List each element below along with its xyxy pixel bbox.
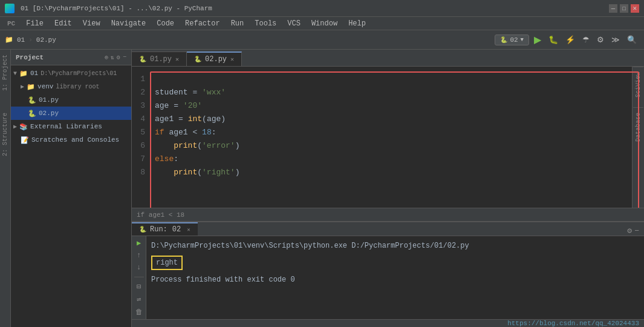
build-button[interactable]: ⚙ [594, 34, 607, 45]
close-button[interactable]: ✕ [631, 4, 639, 13]
maximize-button[interactable]: □ [620, 4, 628, 13]
toolbar-file-label: 02.py [36, 36, 56, 44]
run-wrap-icon[interactable]: ⇌ [137, 295, 141, 304]
run-filter-icon[interactable]: ⊟ [137, 282, 141, 291]
run-output-right: right [151, 256, 183, 270]
project-collapse-icon[interactable]: − [123, 54, 126, 61]
editor-area: 🐍 01.py ✕ 🐍 02.py ✕ 1 2 3 4 5 [132, 50, 644, 221]
run-tab-close[interactable]: ✕ [187, 226, 190, 233]
run-divider [134, 277, 144, 277]
tree-label-02py: 02.py [39, 110, 59, 117]
title-bar-title: 01 [D:\PycharmProjects\01] - ...\02.py -… [21, 5, 212, 12]
tree-label-01py: 01.py [39, 96, 59, 104]
run-output: ▶ ↑ ↓ ⊟ ⇌ 🗑 D:\PycharmProjects\01\venv\S… [132, 236, 644, 319]
menu-edit[interactable]: Edit [50, 18, 77, 29]
breadcrumb: if age1 < 18 [137, 211, 184, 219]
folder-icon-venv: 📁 [27, 83, 35, 91]
toolbar-right: 🐍 02 ▼ ▶ 🐛 ⚡ ☂ ⚙ ≫ 🔍 [495, 33, 639, 47]
tree-arrow-root: ▼ [13, 70, 17, 77]
run-process-line: Process finished with exit code 0 [151, 274, 639, 286]
tab-02py[interactable]: 🐍 02.py ✕ [187, 51, 242, 66]
tree-label-venv: venv [37, 83, 53, 90]
tab-icon-01py: 🐍 [139, 56, 146, 63]
menu-help[interactable]: Help [343, 18, 371, 29]
code-content[interactable]: student = 'wxx' age = '20' age1 = int(ag… [150, 67, 632, 208]
tree-item-venv[interactable]: ▶ 📁 venv library root [11, 80, 131, 93]
menu-vcs[interactable]: VCS [282, 18, 305, 29]
right-sidebar: SciView Database [632, 67, 644, 208]
run-clear-icon[interactable]: 🗑 [135, 308, 143, 317]
pycharm-logo [5, 4, 15, 13]
bottom-status: https://blog.csdn.net/qq_42024433 [132, 319, 644, 327]
tree-label-root: 01 [30, 70, 38, 77]
menu-navigate[interactable]: Navigate [106, 18, 151, 29]
coverage-button[interactable]: ☂ [580, 34, 592, 45]
bottom-tab-run[interactable]: 🐍 Run: 02 ✕ [132, 222, 198, 236]
main-area: 1: Project 2: Structure Project ⊕ ⇅ ⚙ − … [0, 50, 644, 327]
run-up-icon[interactable]: ↑ [137, 251, 141, 260]
menu-file[interactable]: File [21, 18, 48, 29]
url-link[interactable]: https://blog.csdn.net/qq_42024433 [507, 320, 639, 327]
tab-01py[interactable]: 🐍 01.py ✕ [132, 51, 187, 66]
tab-close-01py[interactable]: ✕ [175, 56, 179, 63]
toolbar-project-icon: 📁 [5, 36, 13, 44]
run-config[interactable]: 🐍 02 ▼ [495, 35, 529, 45]
tree-item-01py[interactable]: 🐍 01.py [11, 93, 131, 107]
tree-item-ext-libs[interactable]: ▶ 📚 External Libraries [11, 120, 131, 133]
run-tab-label: Run: [150, 225, 168, 234]
title-bar: 01 [D:\PycharmProjects\01] - ...\02.py -… [0, 0, 644, 17]
bottom-minus-icon[interactable]: − [634, 226, 639, 236]
menu-run[interactable]: Run [226, 18, 249, 29]
far-left-structure-tab[interactable]: 2: Structure [1, 108, 10, 161]
project-panel: Project ⊕ ⇅ ⚙ − ▼ 📁 01 D:\PycharmProject… [11, 50, 132, 327]
menu-pc[interactable]: PC [2, 19, 20, 28]
minimize-button[interactable]: ─ [609, 4, 617, 13]
debug-button[interactable]: 🐛 [546, 34, 561, 45]
profile-button[interactable]: ⚡ [563, 34, 577, 45]
bottom-tabs: 🐍 Run: 02 ✕ ⚙ − [132, 222, 644, 236]
menu-code[interactable]: Code [152, 18, 179, 29]
bottom-tabs-row: 🐍 Run: 02 ✕ ⚙ − [132, 222, 644, 236]
menu-tools[interactable]: Tools [250, 18, 281, 29]
project-tree: ▼ 📁 01 D:\PycharmProjects\01 ▶ 📁 venv li… [11, 65, 131, 327]
tab-close-02py[interactable]: ✕ [230, 56, 234, 63]
bottom-panel: 🐍 Run: 02 ✕ ⚙ − ▶ ↑ ↓ [132, 221, 644, 327]
toolbar-separator: › [28, 36, 33, 44]
status-bar: if age1 < 18 [132, 208, 644, 221]
far-left-project-tab[interactable]: 1: Project [1, 50, 10, 96]
right-tab-sciview[interactable]: SciView [633, 67, 643, 102]
run-button[interactable]: ▶ [532, 33, 544, 47]
title-bar-controls: ─ □ ✕ [609, 4, 639, 13]
menu-view[interactable]: View [78, 18, 105, 29]
title-bar-left: 01 [D:\PycharmProjects\01] - ...\02.py -… [5, 4, 212, 13]
run-down-icon[interactable]: ↓ [137, 263, 141, 272]
project-header: Project ⊕ ⇅ ⚙ − [11, 50, 131, 65]
tree-item-root[interactable]: ▼ 📁 01 D:\PycharmProjects\01 [11, 67, 131, 80]
folder-icon-scratches: 📝 [21, 136, 29, 144]
tree-item-02py[interactable]: 🐍 02.py [11, 107, 131, 120]
project-header-left: Project [16, 54, 44, 61]
project-gear-icon[interactable]: ⚙ [117, 54, 120, 61]
more-button[interactable]: ≫ [609, 34, 622, 45]
run-play-icon[interactable]: ▶ [137, 239, 141, 248]
tab-bar: 🐍 01.py ✕ 🐍 02.py ✕ [132, 50, 644, 67]
menu-window[interactable]: Window [307, 18, 342, 29]
right-tab-database[interactable]: Database [633, 107, 643, 147]
bottom-toolbar: ⚙ − [627, 226, 644, 236]
project-add-icon[interactable]: ⊕ [105, 54, 108, 61]
code-editor[interactable]: 1 2 3 4 5 6 7 8 student = 'wxx' age = '2… [132, 67, 644, 208]
menu-refactor[interactable]: Refactor [180, 18, 225, 29]
tree-label-ext-libs: External Libraries [30, 123, 102, 130]
run-config-label: 02 [510, 36, 518, 44]
search-button[interactable]: 🔍 [625, 34, 639, 45]
tree-item-scratches[interactable]: 📝 Scratches and Consoles [11, 133, 131, 147]
bottom-settings-icon[interactable]: ⚙ [627, 226, 632, 236]
file-icon-01py: 🐍 [28, 96, 36, 104]
project-header-icons: ⊕ ⇅ ⚙ − [105, 54, 126, 61]
tab-label-01py: 01.py [150, 55, 172, 64]
tree-sublabel-root: D:\PycharmProjects\01 [41, 70, 117, 77]
run-side-icons: ▶ ↑ ↓ ⊟ ⇌ 🗑 [132, 236, 146, 319]
run-config-icon: 🐍 [500, 36, 507, 44]
editor-wrapper: 🐍 01.py ✕ 🐍 02.py ✕ 1 2 3 4 5 [132, 50, 644, 327]
project-sort-icon[interactable]: ⇅ [111, 54, 114, 61]
